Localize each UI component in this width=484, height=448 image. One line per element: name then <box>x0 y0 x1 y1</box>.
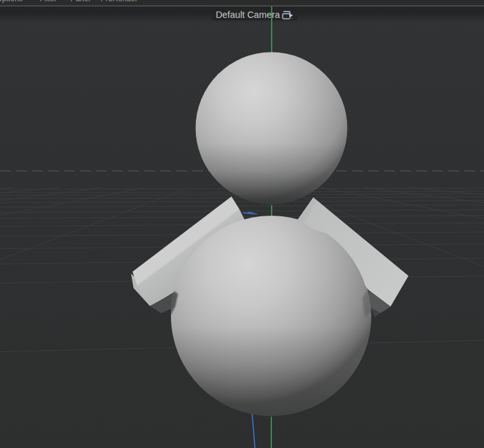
svg-text:Default Camera: Default Camera <box>216 10 280 20</box>
svg-text:Options: Options <box>0 0 22 3</box>
svg-text:Panel: Panel <box>70 0 90 3</box>
svg-text:ProRender: ProRender <box>101 0 138 3</box>
svg-text:Filter: Filter <box>40 0 57 3</box>
